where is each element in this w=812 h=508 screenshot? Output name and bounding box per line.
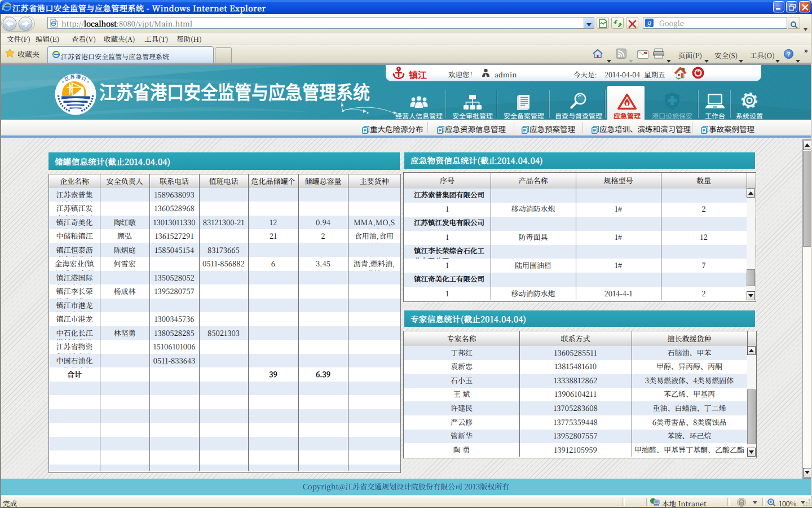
svg-text:港: 港: [76, 73, 81, 80]
svg-text:?: ?: [787, 51, 791, 58]
